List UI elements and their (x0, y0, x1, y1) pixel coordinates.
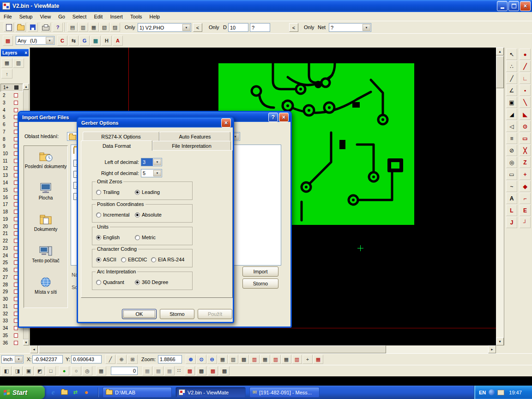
layers-scroll-down[interactable]: ▼ (23, 339, 29, 345)
taskbar-task-mlab[interactable]: D:\MLAB (103, 387, 172, 398)
pad-tool-button[interactable]: ◣ (520, 109, 531, 120)
grid-style-button[interactable]: ▦ (153, 366, 163, 375)
pad-tool-button[interactable]: ⊙ (520, 121, 531, 132)
edit-tool-button[interactable]: A (113, 36, 123, 46)
place-recent-documents[interactable]: Poslední dokumenty (24, 151, 67, 169)
pad-tool-button[interactable]: ◆ (520, 181, 531, 192)
x-coordinate-field[interactable]: -0.942237 (32, 355, 63, 363)
radio-incremental[interactable]: Incremental (96, 212, 129, 218)
coordinate-tool-button[interactable]: ╱ (105, 355, 115, 364)
close-button[interactable]: × (520, 1, 531, 11)
pad-tool-button[interactable]: ∟ (520, 73, 531, 84)
prev-layer-button[interactable]: < (193, 23, 202, 32)
view-tool-button[interactable]: + (302, 355, 313, 364)
draw-tool-button[interactable]: ◎ (506, 157, 517, 168)
help-icon[interactable]: ? (268, 113, 278, 122)
layer-row[interactable]: 35 (0, 332, 23, 339)
layer-color-swatch[interactable] (14, 101, 18, 105)
scroll-left-button[interactable]: ◄ (30, 345, 38, 353)
apply-button[interactable]: Použít (198, 309, 232, 319)
radio-trailing[interactable]: Trailing (96, 189, 120, 195)
pad-tool-button[interactable]: ● (520, 48, 531, 60)
menu-item[interactable]: Go (54, 12, 69, 21)
menu-item[interactable]: Setup (16, 12, 36, 21)
close-icon[interactable]: × (221, 118, 231, 127)
pad-tool-button[interactable]: E (520, 205, 531, 216)
horizontal-scrollbar[interactable] (38, 345, 488, 353)
radio-quadrant[interactable]: Quadrant (96, 279, 124, 285)
restore-button[interactable] (508, 1, 519, 11)
right-of-decimal-combo[interactable]: 5 ▼ (141, 169, 162, 177)
title-bar[interactable]: V2.bin - ViewMate × (0, 0, 532, 12)
view-tool-button[interactable]: ⊖ (207, 355, 217, 364)
view-tool-button[interactable]: ▩ (239, 355, 249, 364)
probe-tool-button[interactable]: ◎ (82, 366, 92, 375)
tab-rs274x-options[interactable]: RS274-X Options (83, 132, 159, 141)
prev-net-button[interactable]: < (289, 23, 298, 32)
radio-ebcdic[interactable]: EBCDIC (121, 257, 147, 262)
layers-scroll-up[interactable]: ▲ (23, 84, 29, 90)
edit-tool-button[interactable]: G (79, 36, 90, 46)
layer-color-swatch[interactable] (14, 108, 18, 112)
new-file-button[interactable] (4, 23, 14, 32)
radio-leading[interactable]: Leading (135, 189, 160, 195)
import-button[interactable]: Import (242, 266, 278, 277)
layer-color-swatch[interactable] (14, 85, 18, 90)
layer-row-selected[interactable]: 1+ (0, 84, 23, 92)
draw-tool-button[interactable]: ↖ (506, 48, 517, 60)
view-tool-button[interactable]: ▥ (271, 355, 281, 364)
count-field[interactable]: 0 (111, 367, 138, 375)
layers-panel-header[interactable]: Layers × (1, 49, 29, 56)
minimize-button[interactable] (497, 1, 508, 11)
highlight-tool-button[interactable]: ▧ (99, 23, 109, 32)
sync-arrows-icon[interactable]: ⇄ (71, 388, 79, 396)
unit-combo[interactable]: inch ▼ (1, 355, 24, 363)
highlight-tool-button[interactable]: ▥ (78, 23, 88, 32)
pad-tool-button[interactable]: ▪ (520, 85, 531, 96)
pad-tool-button[interactable]: Z (520, 157, 531, 168)
status-led-icon[interactable]: ● (59, 366, 69, 375)
menu-item[interactable]: Insert (106, 12, 127, 21)
open-file-button[interactable] (16, 23, 26, 32)
pad-tool-button[interactable]: ╲ (520, 97, 531, 108)
layer-color-swatch[interactable] (14, 93, 18, 97)
view-tool-button[interactable]: ▦ (281, 355, 291, 364)
pad-tool-button[interactable]: ⌐ (520, 193, 531, 204)
grid-style-button[interactable]: ▦ (164, 366, 175, 375)
menu-item[interactable]: File (0, 12, 16, 21)
place-desktop[interactable]: Plocha (24, 182, 67, 200)
chevron-down-icon[interactable]: ▼ (153, 170, 161, 176)
cancel-button[interactable]: Storno (160, 309, 194, 319)
highlight-tool-button[interactable]: ▨ (110, 23, 120, 32)
pattern-tool-button[interactable]: ▩ (219, 366, 230, 375)
tab-auto-features[interactable]: Auto Features (159, 132, 230, 141)
view-tool-button[interactable]: ▥ (292, 355, 302, 364)
grid-toggle-button[interactable]: ▦ (96, 366, 106, 375)
layer-grid-button[interactable]: ▥ (13, 58, 24, 68)
layer-combo[interactable]: 1) V2.PHO ▼ (138, 23, 191, 32)
menu-item[interactable]: Select (69, 12, 91, 21)
place-my-computer[interactable]: Tento počítač (24, 245, 67, 263)
vertical-scrollbar[interactable]: ▲ ▼ (496, 48, 504, 345)
draw-tool-button[interactable]: ≡ (506, 133, 517, 144)
save-button[interactable] (28, 23, 38, 32)
layer-color-swatch[interactable] (14, 333, 18, 338)
filter-combo[interactable]: Any(U) ▼ (16, 36, 54, 45)
hscroll-thumb[interactable] (39, 345, 386, 353)
gerber-dialog-titlebar[interactable]: Gerber Options × (78, 118, 233, 127)
pattern-tool-button[interactable]: ▩ (185, 366, 195, 375)
draw-tool-button[interactable]: J (506, 217, 517, 228)
draw-tool-button[interactable]: ◢ (506, 109, 517, 120)
view-tool-button[interactable]: ▦ (313, 355, 323, 364)
language-bar-icon[interactable] (489, 389, 495, 395)
pattern-tool-button[interactable]: ▩ (208, 366, 218, 375)
draw-tool-button[interactable]: A (506, 193, 517, 204)
y-coordinate-field[interactable]: 0.690643 (71, 355, 102, 363)
d-code-field[interactable]: 10 (228, 23, 248, 32)
shape-tool-button[interactable]: ◨ (12, 366, 23, 375)
cancel-button[interactable]: Storno (242, 278, 278, 289)
start-button[interactable]: Start (0, 386, 45, 399)
shape-tool-button[interactable]: □ (46, 366, 56, 375)
draw-tool-button[interactable]: ⊘ (506, 145, 517, 156)
radio-ascii[interactable]: ASCII (96, 257, 116, 262)
